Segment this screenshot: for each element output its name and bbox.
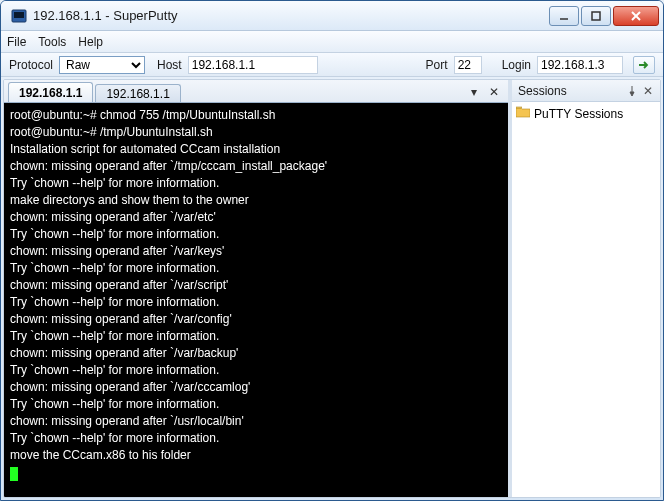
terminal-line: chown: missing operand after `/tmp/cccam…	[10, 158, 502, 175]
terminal-line: chown: missing operand after `/var/keys'	[10, 243, 502, 260]
sessions-tree: PuTTY Sessions	[512, 102, 660, 497]
titlebar: 192.168.1.1 - SuperPutty	[1, 1, 663, 31]
app-icon	[11, 8, 27, 24]
protocol-select[interactable]: Raw	[59, 56, 145, 74]
terminal-line: chown: missing operand after `/var/scrip…	[10, 277, 502, 294]
protocol-label: Protocol	[9, 58, 53, 72]
terminal-line: move the CCcam.x86 to his folder	[10, 447, 502, 464]
terminal-line: chown: missing operand after `/var/backu…	[10, 345, 502, 362]
terminal-line: Try `chown --help' for more information.	[10, 294, 502, 311]
panel-close-icon[interactable]: ✕	[642, 85, 654, 97]
folder-icon	[516, 106, 530, 121]
terminal-line: make directorys and show them to the own…	[10, 192, 502, 209]
terminal-output[interactable]: root@ubuntu:~# chmod 755 /tmp/UbuntuInst…	[4, 102, 508, 497]
terminal-line: Try `chown --help' for more information.	[10, 362, 502, 379]
svg-rect-1	[14, 12, 24, 18]
menubar: File Tools Help	[1, 31, 663, 53]
menu-tools[interactable]: Tools	[38, 35, 66, 49]
tab-inactive[interactable]: 192.168.1.1	[95, 84, 180, 102]
terminal-cursor	[10, 467, 18, 481]
terminal-line: chown: missing operand after `/var/cccam…	[10, 379, 502, 396]
svg-rect-3	[592, 12, 600, 20]
tab-menu-icon[interactable]: ▾	[466, 84, 482, 100]
window-title: 192.168.1.1 - SuperPutty	[33, 8, 549, 23]
tab-label: 192.168.1.1	[106, 87, 169, 101]
terminal-line: root@ubuntu:~# chmod 755 /tmp/UbuntuInst…	[10, 107, 502, 124]
sessions-panel: Sessions ✕ PuTTY Sessions	[512, 80, 660, 497]
login-input[interactable]	[537, 56, 623, 74]
port-label: Port	[426, 58, 448, 72]
tab-active[interactable]: 192.168.1.1	[8, 82, 93, 102]
sessions-title: Sessions	[518, 84, 622, 98]
tab-close-icon[interactable]: ✕	[486, 84, 502, 100]
host-label: Host	[157, 58, 182, 72]
terminal-line: root@ubuntu:~# /tmp/UbuntuInstall.sh	[10, 124, 502, 141]
sessions-root-node[interactable]: PuTTY Sessions	[516, 106, 656, 121]
terminal-line: chown: missing operand after `/var/etc'	[10, 209, 502, 226]
terminal-line: Try `chown --help' for more information.	[10, 175, 502, 192]
maximize-button[interactable]	[581, 6, 611, 26]
pin-icon[interactable]	[626, 85, 638, 97]
host-input[interactable]	[188, 56, 318, 74]
minimize-button[interactable]	[549, 6, 579, 26]
sessions-header: Sessions ✕	[512, 80, 660, 102]
close-button[interactable]	[613, 6, 659, 26]
tabstrip: 192.168.1.1 192.168.1.1 ▾ ✕	[4, 80, 508, 102]
login-label: Login	[502, 58, 531, 72]
menu-help[interactable]: Help	[78, 35, 103, 49]
terminal-line: Installation script for automated CCcam …	[10, 141, 502, 158]
terminal-line: Try `chown --help' for more information.	[10, 226, 502, 243]
app-window: 192.168.1.1 - SuperPutty File Tools Help…	[0, 0, 664, 501]
menu-file[interactable]: File	[7, 35, 26, 49]
connection-bar: Protocol Raw Host Port Login	[1, 53, 663, 77]
terminal-line: Try `chown --help' for more information.	[10, 430, 502, 447]
terminal-line: Try `chown --help' for more information.	[10, 396, 502, 413]
tab-label: 192.168.1.1	[19, 86, 82, 100]
sessions-root-label: PuTTY Sessions	[534, 107, 623, 121]
window-controls	[549, 6, 659, 26]
terminal-line: Try `chown --help' for more information.	[10, 328, 502, 345]
terminal-line: chown: missing operand after `/var/confi…	[10, 311, 502, 328]
port-input[interactable]	[454, 56, 482, 74]
content-area: 192.168.1.1 192.168.1.1 ▾ ✕ root@ubuntu:…	[3, 79, 661, 498]
connect-button[interactable]	[633, 56, 655, 74]
terminal-line: chown: missing operand after `/usr/local…	[10, 413, 502, 430]
terminal-line: Try `chown --help' for more information.	[10, 260, 502, 277]
terminal-pane: 192.168.1.1 192.168.1.1 ▾ ✕ root@ubuntu:…	[4, 80, 508, 497]
